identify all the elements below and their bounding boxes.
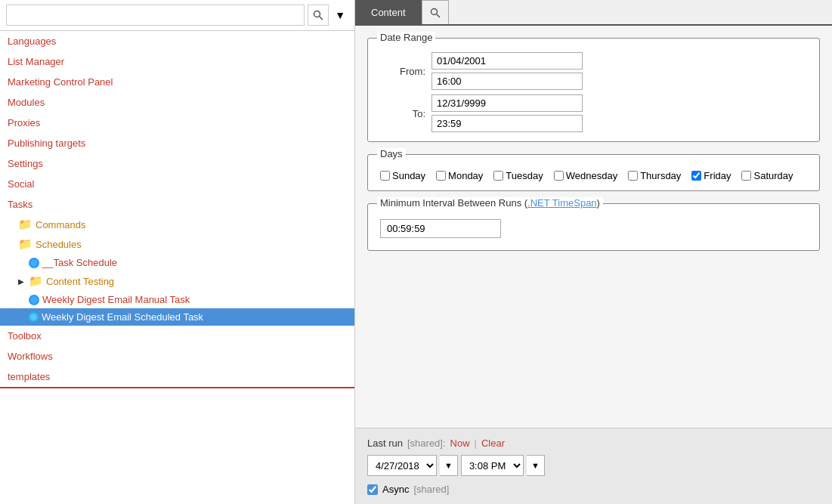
wednesday-checkbox[interactable] [554,171,564,181]
async-shared-label: [shared] [413,484,449,495]
day-label: Thursday [640,170,681,181]
separator: | [475,438,477,449]
tab-label: Content [371,7,406,18]
sidebar-item-label: Publishing targets [8,138,85,149]
time-dropdown-button[interactable]: ▼ [527,455,545,476]
globe-icon [29,312,39,322]
day-thursday[interactable]: Thursday [628,170,681,181]
day-friday[interactable]: Friday [691,170,731,181]
monday-checkbox[interactable] [436,171,446,181]
sidebar-item-label: Workflows [8,351,53,362]
sidebar-item-modules[interactable]: Modules [0,92,354,113]
folder-icon: 📁 [18,237,32,251]
day-label: Tuesday [506,170,543,181]
globe-icon [29,258,39,268]
sidebar-nav: Languages List Manager Marketing Control… [0,31,354,504]
sidebar-item-label: Modules [8,97,45,108]
globe-icon [29,295,39,305]
sidebar: ▼ Languages List Manager Marketing Contr… [0,0,355,504]
min-interval-legend: Minimum Interval Between Runs (.NET Time… [377,197,603,209]
sidebar-item-schedules[interactable]: 📁 Schedules [0,234,354,254]
sidebar-item-settings[interactable]: Settings [0,153,354,174]
sidebar-item-commands[interactable]: 📁 Commands [0,215,354,234]
days-legend: Days [377,148,406,159]
search-button[interactable] [308,5,329,26]
main-panel: Content Date Range From: To: [355,0,832,504]
day-tuesday[interactable]: Tuesday [493,170,543,181]
sidebar-item-label: Toolbox [8,330,42,342]
sidebar-item-marketing-control-panel[interactable]: Marketing Control Panel [0,72,354,92]
day-monday[interactable]: Monday [436,170,483,181]
clear-button[interactable]: Clear [481,438,505,449]
sidebar-item-proxies[interactable]: Proxies [0,113,354,133]
sidebar-item-content-testing[interactable]: ▶ 📁 Content Testing [0,271,354,291]
day-label: Sunday [392,170,425,181]
day-label: Saturday [753,170,793,181]
bottom-panel: Last run [shared]: Now | Clear 4/27/2018… [355,428,832,504]
sidebar-item-weekly-digest-manual[interactable]: Weekly Digest Email Manual Task [0,291,354,308]
last-run-row: Last run [shared]: Now | Clear [367,438,820,449]
time-select[interactable]: 3:08 PM [461,455,524,476]
panel-content: Date Range From: To: Days Sunda [355,26,832,428]
search-input[interactable] [6,5,305,26]
day-saturday[interactable]: Saturday [741,170,793,181]
date-dropdown-button[interactable]: ▼ [440,455,458,476]
sidebar-item-label: List Manager [8,56,64,67]
to-time-input[interactable] [431,115,583,132]
to-label: To: [380,108,425,119]
tuesday-checkbox[interactable] [493,171,503,181]
folder-icon: 📁 [29,274,43,288]
day-label: Friday [704,170,731,181]
sidebar-item-workflows[interactable]: Workflows [0,346,354,366]
now-button[interactable]: Now [450,438,470,449]
svg-line-3 [436,14,440,17]
saturday-checkbox[interactable] [741,171,751,181]
dropdown-arrow-button[interactable]: ▼ [332,8,348,23]
from-date-input[interactable] [431,52,583,70]
async-row: Async [shared] [367,484,820,495]
sidebar-item-toolbox[interactable]: Toolbox [0,326,354,346]
folder-icon: 📁 [18,218,32,231]
sidebar-item-label: Proxies [8,117,40,128]
svg-point-0 [314,11,320,17]
day-wednesday[interactable]: Wednesday [554,170,617,181]
sidebar-item-label: Content Testing [46,276,114,287]
date-range-box: Date Range From: To: [367,38,820,142]
sunday-checkbox[interactable] [380,171,390,181]
tab-search-button[interactable] [422,0,449,24]
day-label: Monday [448,170,483,181]
sidebar-item-label: Settings [8,158,43,169]
sidebar-item-languages[interactable]: Languages [0,31,354,51]
sidebar-item-label: Weekly Digest Email Manual Task [42,294,190,305]
sidebar-item-label: Tasks [8,199,32,210]
sidebar-item-tasks[interactable]: Tasks [0,194,354,215]
sidebar-item-publishing-targets[interactable]: Publishing targets [0,133,354,153]
sidebar-item-list-manager[interactable]: List Manager [0,51,354,72]
sidebar-item-label: Marketing Control Panel [8,76,113,88]
last-run-label: Last run [367,438,403,449]
sidebar-item-label: Social [8,178,34,190]
sidebar-item-social[interactable]: Social [0,174,354,194]
sidebar-item-templates[interactable]: templates [0,366,354,388]
from-time-input[interactable] [431,73,583,90]
sidebar-item-label: Weekly Digest Email Scheduled Task [42,311,203,323]
sidebar-item-weekly-digest-scheduled[interactable]: Weekly Digest Email Scheduled Task [0,308,354,326]
sidebar-item-label: Languages [8,36,56,47]
search-icon [430,8,441,18]
to-date-input[interactable] [431,94,583,112]
tab-content[interactable]: Content [355,0,422,24]
tab-bar: Content [355,0,832,26]
friday-checkbox[interactable] [691,171,701,181]
min-interval-input[interactable] [380,219,501,238]
datetime-row: 4/27/2018 ▼ 3:08 PM ▼ [367,455,820,476]
net-timespan-link[interactable]: .NET TimeSpan [527,197,597,209]
day-sunday[interactable]: Sunday [380,170,425,181]
min-interval-box: Minimum Interval Between Runs (.NET Time… [367,203,820,251]
thursday-checkbox[interactable] [628,171,638,181]
async-label: Async [382,484,409,495]
sidebar-item-label: Schedules [36,239,82,250]
sidebar-item-task-schedule[interactable]: __Task Schedule [0,254,354,271]
date-select[interactable]: 4/27/2018 [367,455,437,476]
async-checkbox[interactable] [367,484,378,495]
last-run-shared: [shared]: [407,438,446,449]
